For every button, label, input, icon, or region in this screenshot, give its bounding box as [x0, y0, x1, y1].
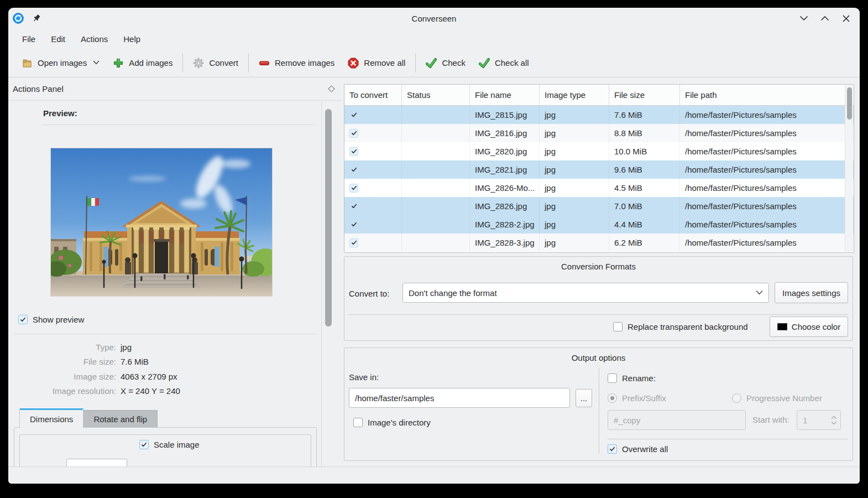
open-images-label: Open images — [38, 58, 87, 68]
float-panel-icon[interactable] — [327, 84, 336, 94]
images-directory-label: Image's directory — [368, 418, 431, 427]
replace-transparent-label: Replace transparent background — [628, 322, 748, 331]
open-images-button[interactable]: Open images — [15, 53, 106, 73]
remove-images-button[interactable]: Remove images — [252, 53, 341, 73]
row-checkbox[interactable] — [349, 165, 358, 174]
table-row[interactable]: IMG_2816.jpg jpg 8.8 MiB /home/faster/Pi… — [344, 124, 854, 142]
converseen-window: Converseen File Edit Actions Help — [8, 8, 860, 484]
overwrite-all-checkbox[interactable] — [608, 444, 617, 454]
remove-images-label: Remove images — [275, 58, 334, 68]
progressive-number-row: Progressive Number — [732, 393, 822, 403]
convert-button[interactable]: Convert — [186, 53, 245, 73]
table-scrollbar[interactable] — [845, 85, 853, 252]
header-file-size[interactable]: File size — [609, 85, 680, 105]
output-options-group: Output options Save in: /home/faster/sam… — [344, 347, 853, 461]
image-resolution-value: X = 240 Y = 240 — [121, 386, 180, 396]
table-row[interactable]: IMG_2828-3.jpg jpg 6.2 MiB /home/faster/… — [344, 234, 854, 252]
actions-panel-header: Actions Panel — [8, 77, 341, 101]
header-status[interactable]: Status — [402, 85, 470, 105]
row-checkbox[interactable] — [349, 220, 358, 229]
close-button[interactable] — [840, 12, 852, 24]
prefix-suffix-label: Prefix/Suffix — [622, 393, 666, 403]
table-row[interactable]: IMG_2815.jpg jpg 7.6 MiB /home/faster/Pi… — [344, 106, 854, 124]
header-to-convert[interactable]: To convert — [344, 85, 402, 105]
divider — [608, 439, 848, 439]
cell-file-name: IMG_2820.jpg — [470, 142, 540, 160]
check-all-label: Check all — [495, 58, 529, 68]
chevron-down-icon — [831, 421, 837, 425]
image-size-value: 4063 x 2709 px — [121, 372, 177, 381]
row-checkbox[interactable] — [349, 202, 358, 211]
cell-file-name: IMG_2816.jpg — [470, 124, 540, 142]
remove-all-button[interactable]: Remove all — [341, 53, 412, 73]
maximize-button[interactable] — [819, 12, 831, 24]
tab-rotate-and-flip[interactable]: Rotate and flip — [83, 410, 158, 428]
scale-image-checkbox[interactable] — [139, 440, 149, 449]
show-preview-label: Show preview — [33, 315, 84, 324]
save-in-input[interactable]: /home/faster/samples — [349, 388, 570, 408]
close-icon — [843, 15, 850, 22]
start-with-label: Start with: — [752, 415, 789, 424]
show-preview-checkbox[interactable] — [18, 315, 28, 324]
width-input-partial[interactable] — [66, 459, 127, 466]
overwrite-all-label: Overwrite all — [622, 444, 668, 454]
images-directory-checkbox[interactable] — [353, 418, 363, 427]
row-checkbox[interactable] — [349, 111, 358, 120]
menu-actions[interactable]: Actions — [74, 32, 114, 46]
tab-dimensions[interactable]: Dimensions — [19, 408, 83, 428]
chevron-down-icon — [93, 60, 100, 65]
row-checkbox[interactable] — [349, 184, 358, 193]
header-image-type[interactable]: Image type — [540, 85, 609, 105]
add-images-button[interactable]: Add images — [106, 53, 179, 73]
prefix-suffix-row: Prefix/Suffix — [608, 393, 666, 403]
divider — [349, 314, 848, 315]
header-file-path[interactable]: File path — [680, 85, 854, 105]
table-header: To convert Status File name Image type F… — [344, 85, 854, 106]
minimize-button[interactable] — [798, 12, 810, 24]
table-row[interactable]: IMG_2821.jpg jpg 9.6 MiB /home/faster/Pi… — [344, 160, 854, 179]
progressive-number-radio — [732, 393, 741, 403]
divider — [14, 334, 317, 334]
preview-image — [51, 148, 272, 296]
gear-icon — [193, 58, 204, 69]
choose-color-button[interactable]: Choose color — [770, 317, 848, 337]
scale-image-row: Scale image — [139, 440, 200, 449]
row-checkbox[interactable] — [349, 238, 358, 247]
minus-icon — [259, 58, 270, 69]
menu-file[interactable]: File — [15, 32, 42, 46]
panel-edge — [321, 102, 322, 466]
add-images-label: Add images — [129, 58, 172, 68]
convert-to-select[interactable]: Don't change the format — [402, 283, 769, 303]
table-row[interactable]: IMG_2828-2.jpg jpg 4.4 MiB /home/faster/… — [344, 215, 854, 234]
header-file-name[interactable]: File name — [470, 85, 540, 105]
menu-help[interactable]: Help — [117, 32, 147, 46]
row-checkbox[interactable] — [349, 129, 358, 138]
conversion-formats-title: Conversion Formats — [344, 262, 853, 271]
remove-all-label: Remove all — [364, 58, 405, 68]
table-row[interactable]: IMG_2820.jpg jpg 10.0 MiB /home/faster/P… — [344, 142, 854, 160]
menu-edit[interactable]: Edit — [44, 32, 72, 46]
preview-label: Preview: — [43, 108, 77, 118]
table-row[interactable]: IMG_2826.jpg jpg 7.0 MiB /home/faster/Pi… — [344, 197, 854, 215]
toolbar-separator — [248, 54, 249, 72]
panel-scrollbar[interactable] — [325, 109, 332, 326]
browse-button[interactable]: ... — [576, 389, 592, 407]
start-with-spinbox: 1 — [797, 410, 841, 430]
screen: Converseen File Edit Actions Help — [0, 0, 868, 498]
rename-checkbox[interactable] — [608, 374, 617, 383]
divider — [41, 124, 317, 125]
images-settings-button[interactable]: Images settings — [775, 282, 848, 303]
chevron-down-icon — [756, 290, 763, 295]
cell-file-name: IMG_2826.jpg — [470, 197, 540, 215]
check-label: Check — [442, 58, 466, 68]
spinner-arrows — [827, 411, 840, 429]
row-checkbox[interactable] — [349, 147, 358, 156]
check-button[interactable]: Check — [419, 53, 472, 73]
main-area: Actions Panel Preview: — [8, 77, 860, 466]
table-scrollbar-thumb[interactable] — [847, 87, 852, 120]
table-row[interactable]: IMG_2826-Mo... jpg 4.5 MiB /home/faster/… — [344, 179, 854, 197]
actions-panel-title: Actions Panel — [13, 84, 64, 94]
check-all-button[interactable]: Check all — [472, 53, 536, 73]
replace-transparent-checkbox[interactable] — [613, 322, 623, 331]
toolbar-separator — [182, 54, 183, 72]
